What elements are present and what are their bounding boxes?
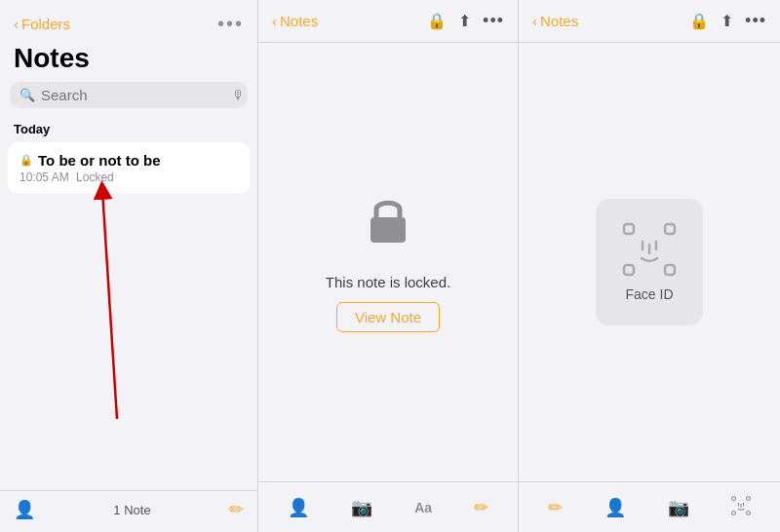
face-id-icon [622, 222, 677, 277]
middle-back-button[interactable]: ‹ Notes [272, 13, 318, 29]
view-note-button[interactable]: View Note [336, 302, 440, 332]
compose-icon-mid[interactable]: ✏ [474, 497, 488, 518]
svg-line-0 [102, 190, 117, 419]
lock-icon-mid[interactable]: 🔒 [427, 12, 447, 30]
chevron-left-icon-mid: ‹ [272, 13, 277, 29]
search-bar: 🔍 🎙 [10, 82, 248, 108]
share-icon-mid[interactable]: ⬆ [458, 12, 471, 30]
text-icon-mid[interactable]: Aa [414, 500, 432, 515]
folders-label: Folders [21, 16, 70, 32]
svg-rect-5 [665, 265, 675, 275]
compose-icon-left[interactable]: ✏ [229, 499, 244, 520]
ellipsis-icon-mid[interactable]: ••• [483, 11, 504, 31]
lock-large-icon [363, 192, 413, 262]
compose-icon-right[interactable]: ✏ [548, 497, 563, 518]
person-icon-mid[interactable]: 👤 [288, 497, 309, 518]
ellipsis-icon[interactable]: ••• [217, 13, 244, 35]
lock-icon-small: 🔒 [20, 154, 33, 167]
svg-rect-4 [624, 265, 634, 275]
person-icon-left[interactable]: 👤 [14, 499, 35, 520]
svg-rect-11 [732, 511, 736, 514]
middle-bottom-bar: 👤 📷 Aa ✏ [258, 481, 518, 532]
right-top-icons: 🔒 ⬆ ••• [689, 11, 766, 31]
chevron-left-icon: ‹ [14, 16, 19, 32]
note-item[interactable]: 🔒 To be or not to be 10:05 AM Locked [8, 142, 250, 194]
left-panel: ‹ Folders ••• Notes 🔍 🎙 Today 🔒 To be or… [0, 0, 258, 532]
search-icon: 🔍 [20, 88, 35, 102]
svg-rect-12 [747, 511, 751, 514]
camera-icon-mid[interactable]: 📷 [351, 497, 372, 518]
middle-back-label: Notes [280, 13, 318, 29]
right-content: Face ID [519, 43, 780, 481]
middle-top-bar: ‹ Notes 🔒 ⬆ ••• [258, 0, 518, 43]
svg-rect-3 [665, 224, 675, 234]
note-time: 10:05 AM [20, 171, 69, 184]
note-item-meta: 10:05 AM Locked [20, 171, 238, 184]
note-count: 1 Note [35, 503, 229, 517]
right-back-label: Notes [540, 13, 578, 29]
left-top-bar: ‹ Folders ••• [0, 0, 257, 43]
notes-main-title: Notes [0, 43, 257, 82]
camera-icon-right[interactable]: 📷 [668, 497, 689, 518]
face-id-label: Face ID [625, 286, 673, 302]
person-icon-right[interactable]: 👤 [604, 497, 626, 518]
left-bottom-bar: 👤 1 Note ✏ [0, 490, 257, 532]
note-locked-text: Locked [76, 171, 114, 184]
face-id-icon-toolbar[interactable] [731, 496, 751, 519]
svg-rect-2 [624, 224, 634, 234]
chevron-left-icon-right: ‹ [532, 13, 537, 29]
lock-icon-right[interactable]: 🔒 [689, 12, 709, 30]
share-icon-right[interactable]: ⬆ [721, 12, 733, 30]
locked-message: This note is locked. [326, 274, 450, 290]
right-bottom-bar: ✏ 👤 📷 [519, 481, 780, 532]
face-id-box[interactable]: Face ID [596, 199, 703, 325]
middle-top-icons: 🔒 ⬆ ••• [427, 11, 504, 31]
folders-button[interactable]: ‹ Folders [14, 16, 70, 32]
middle-panel: ‹ Notes 🔒 ⬆ ••• This note is locked. Vie… [258, 0, 519, 532]
right-panel: ‹ Notes 🔒 ⬆ ••• Face [519, 0, 780, 532]
right-top-bar: ‹ Notes 🔒 ⬆ ••• [519, 0, 780, 43]
note-item-title: 🔒 To be or not to be [20, 152, 238, 169]
search-input[interactable] [41, 87, 226, 103]
right-back-button[interactable]: ‹ Notes [532, 13, 578, 29]
note-list: 🔒 To be or not to be 10:05 AM Locked [0, 142, 257, 194]
ellipsis-icon-right[interactable]: ••• [745, 11, 766, 31]
svg-rect-9 [732, 496, 736, 500]
mic-icon: 🎙 [232, 88, 245, 102]
svg-rect-10 [747, 496, 751, 500]
middle-content: This note is locked. View Note [258, 43, 518, 481]
today-section-label: Today [0, 118, 257, 142]
svg-rect-1 [370, 217, 406, 243]
